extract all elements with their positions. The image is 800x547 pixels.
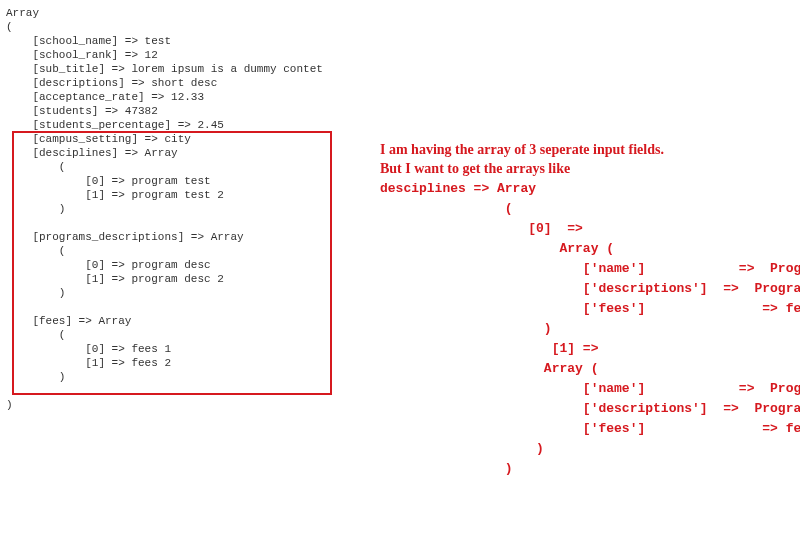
- desired-structure-open: (: [380, 201, 513, 216]
- desired-arr0-open: Array (: [380, 241, 614, 256]
- desired-arr0-close: ): [380, 321, 552, 336]
- desired-structure-close: ): [380, 461, 513, 476]
- desired-arr0-fees: ['fees'] => fees 1: [380, 301, 800, 316]
- desired-arr1-name: ['name'] => Program Test 2: [380, 381, 800, 396]
- desired-arr0-desc: ['descriptions'] => Program Desc: [380, 281, 800, 296]
- desired-idx1: [1] =>: [380, 341, 598, 356]
- desired-arr0-name: ['name'] => Program Test: [380, 261, 800, 276]
- desired-arr1-fees: ['fees'] => fees 2: [380, 421, 800, 436]
- desired-arr1-desc: ['descriptions'] => Program Desc 2: [380, 401, 800, 416]
- desired-structure-header: desciplines => Array: [380, 181, 536, 196]
- desired-arr1-open: Array (: [380, 361, 598, 376]
- desired-arr1-close: ): [380, 441, 544, 456]
- annotation-text: I am having the array of 3 seperate inpu…: [380, 140, 800, 478]
- desired-idx0: [0] =>: [380, 221, 583, 236]
- annotation-line2: But I want to get the arrays like: [380, 161, 570, 176]
- annotation-line1: I am having the array of 3 seperate inpu…: [380, 142, 664, 157]
- highlight-box: [12, 131, 332, 395]
